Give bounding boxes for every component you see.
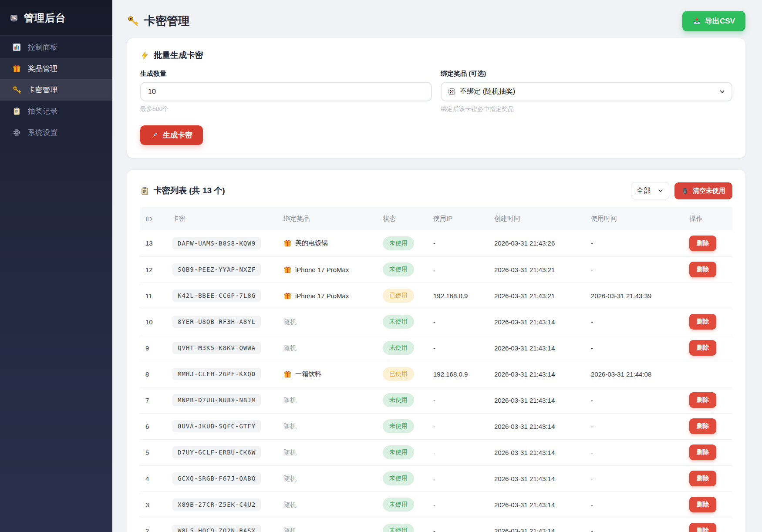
cell-prize: iPhone 17 ProMax [278, 283, 378, 309]
cell-action: 删除 [684, 413, 732, 439]
svg-text:777: 777 [12, 16, 16, 19]
cell-code: X89B-27CR-Z5EK-C4U2 [167, 492, 278, 518]
cell-id: 4 [140, 465, 167, 492]
card-code: 8YER-U8QB-RF3H-A8YL [172, 316, 261, 328]
card-code: W8L5-HQC9-ZQ2N-RASX [172, 525, 261, 532]
status-badge: 未使用 [383, 393, 414, 407]
cell-code: 8YER-U8QB-RF3H-A8YL [167, 309, 278, 335]
delete-button[interactable]: 删除 [689, 340, 716, 356]
cell-code: MMHJ-CLFH-2GPF-KXQD [167, 361, 278, 387]
sidebar-item-prizes[interactable]: 奖品管理 [0, 58, 112, 79]
delete-button[interactable]: 删除 [689, 471, 716, 486]
cell-id: 11 [140, 283, 167, 309]
quantity-label: 生成数量 [140, 70, 432, 78]
cell-code: 8UVA-JKUB-SQFC-GTFY [167, 413, 278, 439]
sidebar-item-records[interactable]: 抽奖记录 [0, 101, 112, 122]
sidebar-item-label: 奖品管理 [28, 64, 57, 74]
random-prize: 随机 [283, 501, 372, 509]
cell-used-time: - [586, 413, 684, 439]
cell-status: 未使用 [378, 465, 428, 492]
cell-ip: - [428, 465, 489, 492]
card-code: X89B-27CR-Z5EK-C4U2 [172, 498, 261, 511]
cell-prize: 随机 [278, 439, 378, 465]
status-filter-select[interactable]: 全部 [631, 182, 669, 199]
table-row: 68UVA-JKUB-SQFC-GTFY随机未使用-2026-03-31 21:… [140, 413, 732, 439]
prize-select[interactable]: 不绑定 (随机抽奖) [441, 82, 732, 101]
card-table: ID卡密绑定奖品状态使用IP创建时间使用时间操作 13DAFW-UAMS-B8S… [140, 207, 732, 532]
cell-ip: - [428, 309, 489, 335]
sidebar-item-dashboard[interactable]: 控制面板 [0, 37, 112, 58]
generate-button[interactable]: 生成卡密 [140, 125, 203, 145]
cell-created-time: 2026-03-31 21:43:14 [489, 492, 586, 518]
cell-used-time: - [586, 256, 684, 283]
delete-button[interactable]: 删除 [689, 418, 716, 434]
cell-status: 未使用 [378, 387, 428, 413]
sidebar-item-label: 控制面板 [28, 42, 57, 52]
cell-ip: - [428, 387, 489, 413]
trash-icon [681, 187, 689, 195]
random-prize: 随机 [283, 344, 372, 352]
cell-prize: 随机 [278, 518, 378, 532]
cell-used-time: - [586, 518, 684, 532]
sidebar-item-label: 抽奖记录 [28, 106, 57, 116]
random-prize: 随机 [283, 527, 372, 532]
cell-used-time: 2026-03-31 21:44:08 [586, 361, 684, 387]
cell-used-time: - [586, 492, 684, 518]
sidebar-item-settings[interactable]: 系统设置 [0, 122, 112, 143]
card-list-actions: 全部 清空未使用 [631, 182, 732, 199]
key-icon [12, 85, 21, 94]
gear-icon [12, 128, 21, 137]
cell-ip: - [428, 335, 489, 361]
cell-prize: 随机 [278, 465, 378, 492]
delete-button[interactable]: 删除 [689, 236, 716, 251]
status-badge: 未使用 [383, 236, 414, 250]
cell-code: DAFW-UAMS-B8S8-KQW9 [167, 230, 278, 256]
delete-button[interactable]: 删除 [689, 392, 716, 408]
card-table-head: ID卡密绑定奖品状态使用IP创建时间使用时间操作 [140, 207, 732, 230]
cell-ip: - [428, 492, 489, 518]
clear-unused-button[interactable]: 清空未使用 [674, 182, 732, 199]
cell-prize: 随机 [278, 387, 378, 413]
bound-prize: 一箱饮料 [283, 370, 372, 378]
cell-status: 未使用 [378, 335, 428, 361]
cell-used-time: - [586, 309, 684, 335]
cell-action: 删除 [684, 387, 732, 413]
cell-action: 删除 [684, 335, 732, 361]
cell-id: 8 [140, 361, 167, 387]
card-code: QVHT-M3K5-K8KV-QWWA [172, 342, 261, 354]
chevron-down-icon [657, 188, 664, 194]
bound-prize: iPhone 17 ProMax [283, 266, 372, 274]
delete-button[interactable]: 删除 [689, 444, 716, 460]
status-badge: 未使用 [383, 524, 414, 532]
delete-button[interactable]: 删除 [689, 523, 716, 532]
cell-id: 6 [140, 413, 167, 439]
quantity-input[interactable] [140, 82, 432, 101]
cell-prize: 随机 [278, 492, 378, 518]
table-row: 5D7UY-GCLF-ERBU-CK6W随机未使用-2026-03-31 21:… [140, 439, 732, 465]
quantity-field-group: 生成数量 最多500个 [140, 70, 432, 113]
cell-action: 删除 [684, 230, 732, 256]
delete-button[interactable]: 删除 [689, 262, 716, 277]
export-csv-button[interactable]: 导出CSV [682, 11, 745, 31]
cell-created-time: 2026-03-31 21:43:14 [489, 309, 586, 335]
dice-icon [448, 88, 456, 96]
cell-ip: - [428, 439, 489, 465]
sidebar-item-cards[interactable]: 卡密管理 [0, 79, 112, 101]
table-row: 9QVHT-M3K5-K8KV-QWWA随机未使用-2026-03-31 21:… [140, 335, 732, 361]
app-logo: 777 管理后台 [0, 0, 112, 36]
cell-status: 未使用 [378, 518, 428, 532]
random-prize: 随机 [283, 448, 372, 457]
gift-icon [283, 292, 292, 300]
gift-icon [12, 64, 21, 73]
cell-created-time: 2026-03-31 21:43:26 [489, 230, 586, 256]
cell-prize: 美的电饭锅 [278, 230, 378, 256]
bound-prize: 美的电饭锅 [283, 239, 372, 247]
sidebar: 777 管理后台 控制面板奖品管理卡密管理抽奖记录系统设置 [0, 0, 112, 532]
batch-generate-card: 批量生成卡密 生成数量 最多500个 绑定奖品 (可选) 不绑定 (随机抽奖) [127, 38, 745, 158]
delete-button[interactable]: 删除 [689, 314, 716, 330]
delete-button[interactable]: 删除 [689, 497, 716, 512]
cell-status: 未使用 [378, 256, 428, 283]
cell-used-time: 2026-03-31 21:43:39 [586, 283, 684, 309]
cell-action: 删除 [684, 465, 732, 492]
cell-prize: 随机 [278, 335, 378, 361]
